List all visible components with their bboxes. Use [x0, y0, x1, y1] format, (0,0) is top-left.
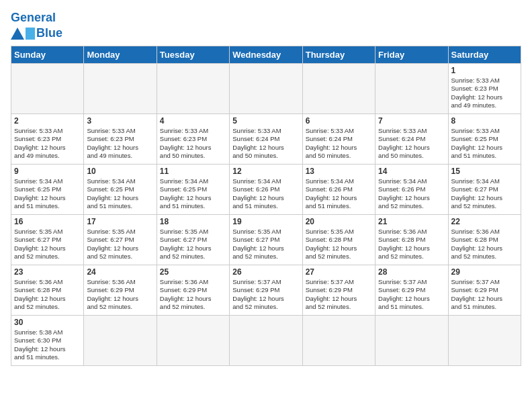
- day-number: 26: [232, 267, 299, 277]
- day-info: Sunrise: 5:33 AM Sunset: 6:23 PM Dayligh…: [160, 127, 226, 160]
- col-thursday: Thursday: [302, 46, 375, 64]
- calendar-day-cell: 3Sunrise: 5:33 AM Sunset: 6:23 PM Daylig…: [84, 114, 157, 165]
- day-number: 4: [160, 116, 226, 126]
- day-number: 12: [232, 167, 299, 176]
- calendar-day-cell: [157, 64, 229, 114]
- calendar-day-cell: [84, 316, 157, 366]
- day-info: Sunrise: 5:35 AM Sunset: 6:28 PM Dayligh…: [306, 228, 372, 261]
- day-info: Sunrise: 5:35 AM Sunset: 6:27 PM Dayligh…: [160, 228, 226, 261]
- day-info: Sunrise: 5:35 AM Sunset: 6:27 PM Dayligh…: [14, 228, 81, 261]
- day-info: Sunrise: 5:36 AM Sunset: 6:29 PM Dayligh…: [87, 278, 153, 311]
- calendar-day-cell: 7Sunrise: 5:33 AM Sunset: 6:24 PM Daylig…: [375, 114, 448, 165]
- calendar-day-cell: [375, 64, 448, 114]
- calendar-day-cell: [157, 316, 229, 366]
- day-number: 1: [451, 66, 518, 75]
- day-number: 29: [451, 267, 518, 277]
- day-number: 19: [232, 217, 299, 226]
- logo-rect-icon: [26, 28, 35, 40]
- day-info: Sunrise: 5:36 AM Sunset: 6:28 PM Dayligh…: [451, 228, 518, 261]
- day-number: 23: [14, 267, 81, 277]
- day-number: 15: [451, 167, 518, 176]
- day-info: Sunrise: 5:33 AM Sunset: 6:25 PM Dayligh…: [451, 127, 518, 160]
- calendar-week-row: 30Sunrise: 5:38 AM Sunset: 6:30 PM Dayli…: [11, 316, 521, 366]
- day-info: Sunrise: 5:34 AM Sunset: 6:25 PM Dayligh…: [87, 177, 153, 210]
- calendar-day-cell: 14Sunrise: 5:34 AM Sunset: 6:26 PM Dayli…: [375, 165, 448, 215]
- calendar-week-row: 1Sunrise: 5:33 AM Sunset: 6:23 PM Daylig…: [11, 64, 521, 114]
- day-number: 16: [14, 217, 81, 226]
- calendar-day-cell: [11, 64, 84, 114]
- day-info: Sunrise: 5:37 AM Sunset: 6:29 PM Dayligh…: [451, 278, 518, 311]
- day-number: 22: [451, 217, 518, 226]
- day-number: 30: [14, 318, 81, 327]
- calendar-day-cell: 18Sunrise: 5:35 AM Sunset: 6:27 PM Dayli…: [157, 215, 229, 265]
- logo-bar: Blue: [11, 26, 62, 40]
- day-number: 10: [87, 167, 153, 176]
- calendar-day-cell: 23Sunrise: 5:36 AM Sunset: 6:28 PM Dayli…: [11, 265, 84, 316]
- calendar-day-cell: [375, 316, 448, 366]
- calendar-day-cell: [302, 316, 375, 366]
- calendar-day-cell: 11Sunrise: 5:34 AM Sunset: 6:25 PM Dayli…: [157, 165, 229, 215]
- day-info: Sunrise: 5:33 AM Sunset: 6:23 PM Dayligh…: [451, 77, 518, 109]
- logo-text: General: [11, 11, 56, 25]
- calendar-day-cell: 2Sunrise: 5:33 AM Sunset: 6:23 PM Daylig…: [11, 114, 84, 165]
- day-number: 11: [160, 167, 226, 176]
- col-wednesday: Wednesday: [230, 46, 302, 64]
- day-info: Sunrise: 5:33 AM Sunset: 6:23 PM Dayligh…: [14, 127, 81, 160]
- calendar-day-cell: 17Sunrise: 5:35 AM Sunset: 6:27 PM Dayli…: [84, 215, 157, 265]
- calendar-week-row: 9Sunrise: 5:34 AM Sunset: 6:25 PM Daylig…: [11, 165, 521, 215]
- calendar-day-cell: [302, 64, 375, 114]
- calendar-day-cell: 29Sunrise: 5:37 AM Sunset: 6:29 PM Dayli…: [448, 265, 521, 316]
- calendar-day-cell: 24Sunrise: 5:36 AM Sunset: 6:29 PM Dayli…: [84, 265, 157, 316]
- logo-general: General: [11, 11, 56, 24]
- calendar-day-cell: 21Sunrise: 5:36 AM Sunset: 6:28 PM Dayli…: [375, 215, 448, 265]
- calendar-day-cell: [230, 64, 302, 114]
- header-section: General Blue: [11, 11, 521, 40]
- day-info: Sunrise: 5:33 AM Sunset: 6:24 PM Dayligh…: [232, 127, 299, 160]
- day-number: 28: [378, 267, 445, 277]
- day-info: Sunrise: 5:34 AM Sunset: 6:27 PM Dayligh…: [451, 177, 518, 210]
- calendar-day-cell: 30Sunrise: 5:38 AM Sunset: 6:30 PM Dayli…: [11, 316, 84, 366]
- logo-blue: Blue: [36, 26, 62, 40]
- calendar-week-row: 2Sunrise: 5:33 AM Sunset: 6:23 PM Daylig…: [11, 114, 521, 165]
- day-info: Sunrise: 5:34 AM Sunset: 6:26 PM Dayligh…: [306, 177, 372, 210]
- col-saturday: Saturday: [448, 46, 521, 64]
- day-info: Sunrise: 5:34 AM Sunset: 6:26 PM Dayligh…: [232, 177, 299, 210]
- day-number: 5: [232, 116, 299, 126]
- day-number: 25: [160, 267, 226, 277]
- day-info: Sunrise: 5:38 AM Sunset: 6:30 PM Dayligh…: [14, 328, 81, 361]
- day-info: Sunrise: 5:33 AM Sunset: 6:24 PM Dayligh…: [378, 127, 445, 160]
- day-info: Sunrise: 5:35 AM Sunset: 6:27 PM Dayligh…: [87, 228, 153, 261]
- day-number: 14: [378, 167, 445, 176]
- day-info: Sunrise: 5:33 AM Sunset: 6:24 PM Dayligh…: [306, 127, 372, 160]
- calendar-header-row: Sunday Monday Tuesday Wednesday Thursday…: [11, 46, 521, 64]
- day-info: Sunrise: 5:36 AM Sunset: 6:28 PM Dayligh…: [378, 228, 445, 261]
- logo-triangle-icon: [11, 28, 24, 40]
- day-number: 6: [306, 116, 372, 126]
- day-info: Sunrise: 5:37 AM Sunset: 6:29 PM Dayligh…: [232, 278, 299, 311]
- day-number: 9: [14, 167, 81, 176]
- calendar-day-cell: 8Sunrise: 5:33 AM Sunset: 6:25 PM Daylig…: [448, 114, 521, 165]
- day-info: Sunrise: 5:33 AM Sunset: 6:23 PM Dayligh…: [87, 127, 153, 160]
- day-info: Sunrise: 5:37 AM Sunset: 6:29 PM Dayligh…: [306, 278, 372, 311]
- day-info: Sunrise: 5:37 AM Sunset: 6:29 PM Dayligh…: [378, 278, 445, 311]
- logo: General Blue: [11, 11, 62, 40]
- day-info: Sunrise: 5:36 AM Sunset: 6:29 PM Dayligh…: [160, 278, 226, 311]
- calendar-day-cell: 19Sunrise: 5:35 AM Sunset: 6:27 PM Dayli…: [230, 215, 302, 265]
- day-info: Sunrise: 5:34 AM Sunset: 6:26 PM Dayligh…: [378, 177, 445, 210]
- calendar-day-cell: [448, 316, 521, 366]
- calendar-day-cell: 9Sunrise: 5:34 AM Sunset: 6:25 PM Daylig…: [11, 165, 84, 215]
- calendar-day-cell: 22Sunrise: 5:36 AM Sunset: 6:28 PM Dayli…: [448, 215, 521, 265]
- day-number: 7: [378, 116, 445, 126]
- calendar-day-cell: 5Sunrise: 5:33 AM Sunset: 6:24 PM Daylig…: [230, 114, 302, 165]
- day-number: 24: [87, 267, 153, 277]
- calendar-day-cell: 10Sunrise: 5:34 AM Sunset: 6:25 PM Dayli…: [84, 165, 157, 215]
- day-info: Sunrise: 5:34 AM Sunset: 6:25 PM Dayligh…: [160, 177, 226, 210]
- col-monday: Monday: [84, 46, 157, 64]
- day-number: 21: [378, 217, 445, 226]
- col-friday: Friday: [375, 46, 448, 64]
- day-info: Sunrise: 5:34 AM Sunset: 6:25 PM Dayligh…: [14, 177, 81, 210]
- day-number: 27: [306, 267, 372, 277]
- day-info: Sunrise: 5:35 AM Sunset: 6:27 PM Dayligh…: [232, 228, 299, 261]
- day-info: Sunrise: 5:36 AM Sunset: 6:28 PM Dayligh…: [14, 278, 81, 311]
- day-number: 2: [14, 116, 81, 126]
